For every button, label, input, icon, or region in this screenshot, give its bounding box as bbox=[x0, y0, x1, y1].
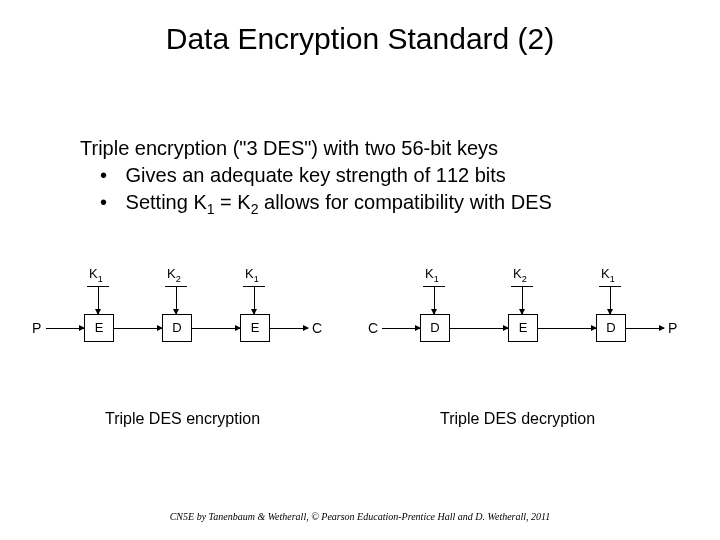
body-text: Triple encryption ("3 DES") with two 56-… bbox=[80, 135, 680, 219]
arrow-icon bbox=[46, 328, 84, 329]
d-box: D bbox=[162, 314, 192, 342]
decryption-diagram: C K1 D K2 E K1 D P bbox=[368, 260, 698, 380]
encryption-diagram: P K1 E K2 D K1 E C bbox=[32, 260, 352, 380]
bullet-text: allows for compatibility with DES bbox=[258, 191, 551, 213]
arrow-icon bbox=[538, 328, 596, 329]
arrow-icon bbox=[254, 286, 255, 314]
e-box: E bbox=[240, 314, 270, 342]
key-label: K1 bbox=[425, 266, 439, 284]
arrow-icon bbox=[114, 328, 162, 329]
diagrams-area: P K1 E K2 D K1 E C C bbox=[0, 260, 720, 420]
arrow-icon bbox=[626, 328, 664, 329]
d-box: D bbox=[596, 314, 626, 342]
d-box: D bbox=[420, 314, 450, 342]
arrow-icon bbox=[434, 286, 435, 314]
p-label: P bbox=[32, 320, 41, 336]
arrow-icon bbox=[270, 328, 308, 329]
key-label: K1 bbox=[601, 266, 615, 284]
slide: Data Encryption Standard (2) Triple encr… bbox=[0, 0, 720, 540]
key-label: K2 bbox=[513, 266, 527, 284]
arrow-icon bbox=[192, 328, 240, 329]
encryption-caption: Triple DES encryption bbox=[105, 410, 260, 428]
arrow-icon bbox=[450, 328, 508, 329]
key-label: K1 bbox=[89, 266, 103, 284]
arrow-icon bbox=[610, 286, 611, 314]
decryption-caption: Triple DES decryption bbox=[440, 410, 595, 428]
subscript: 1 bbox=[207, 201, 215, 217]
key-label: K1 bbox=[245, 266, 259, 284]
arrow-icon bbox=[176, 286, 177, 314]
intro-line: Triple encryption ("3 DES") with two 56-… bbox=[80, 135, 680, 162]
arrow-icon bbox=[382, 328, 420, 329]
c-label: C bbox=[368, 320, 378, 336]
bullet-text: Gives an adequate key strength of 112 bi… bbox=[126, 164, 506, 186]
footer-credit: CN5E by Tanenbaum & Wetherall, © Pearson… bbox=[0, 511, 720, 522]
bullet-list: Gives an adequate key strength of 112 bi… bbox=[80, 162, 680, 219]
arrow-icon bbox=[98, 286, 99, 314]
list-item: Gives an adequate key strength of 112 bi… bbox=[110, 162, 680, 189]
e-box: E bbox=[508, 314, 538, 342]
arrow-icon bbox=[522, 286, 523, 314]
c-label: C bbox=[312, 320, 322, 336]
key-label: K2 bbox=[167, 266, 181, 284]
e-box: E bbox=[84, 314, 114, 342]
bullet-text: Setting K bbox=[126, 191, 207, 213]
list-item: Setting K1 = K2 allows for compatibility… bbox=[110, 189, 680, 219]
bullet-text: = K bbox=[215, 191, 251, 213]
p-label: P bbox=[668, 320, 677, 336]
slide-title: Data Encryption Standard (2) bbox=[0, 0, 720, 56]
